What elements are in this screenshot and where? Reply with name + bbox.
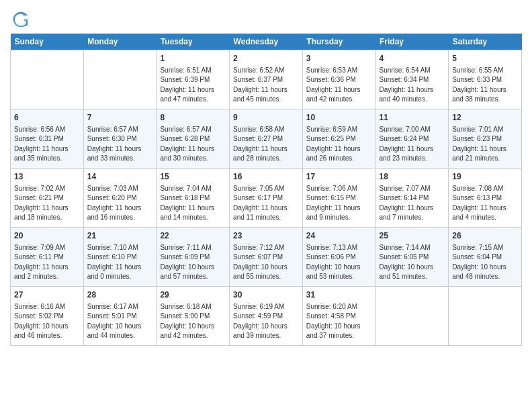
day-number: 17 (306, 171, 372, 183)
calendar-body: 1Sunrise: 6:51 AM Sunset: 6:39 PM Daylig… (11, 50, 522, 346)
day-info: Sunrise: 7:04 AM Sunset: 6:18 PM Dayligh… (160, 184, 226, 223)
day-info: Sunrise: 6:53 AM Sunset: 6:36 PM Dayligh… (306, 66, 372, 105)
calendar-cell: 30Sunrise: 6:19 AM Sunset: 4:59 PM Dayli… (230, 287, 303, 346)
day-info: Sunrise: 7:08 AM Sunset: 6:13 PM Dayligh… (452, 184, 518, 223)
calendar-week-row: 27Sunrise: 6:16 AM Sunset: 5:02 PM Dayli… (11, 287, 522, 346)
day-number: 21 (87, 230, 153, 242)
day-info: Sunrise: 6:51 AM Sunset: 6:39 PM Dayligh… (160, 66, 226, 105)
calendar-cell: 28Sunrise: 6:17 AM Sunset: 5:01 PM Dayli… (83, 287, 157, 346)
day-number: 19 (452, 171, 518, 183)
calendar-cell: 20Sunrise: 7:09 AM Sunset: 6:11 PM Dayli… (11, 228, 84, 287)
calendar-week-row: 13Sunrise: 7:02 AM Sunset: 6:21 PM Dayli… (11, 169, 522, 228)
day-number: 23 (233, 230, 299, 242)
weekday-header: Sunday (11, 34, 84, 50)
day-number: 5 (452, 53, 518, 64)
day-info: Sunrise: 7:00 AM Sunset: 6:24 PM Dayligh… (380, 125, 445, 164)
calendar-cell: 3Sunrise: 6:53 AM Sunset: 6:36 PM Daylig… (302, 50, 375, 109)
day-info: Sunrise: 7:10 AM Sunset: 6:10 PM Dayligh… (87, 243, 153, 282)
day-number: 16 (233, 171, 299, 183)
day-info: Sunrise: 7:14 AM Sunset: 6:05 PM Dayligh… (380, 243, 445, 282)
calendar-table: SundayMondayTuesdayWednesdayThursdayFrid… (10, 34, 522, 346)
day-number: 2 (233, 53, 299, 64)
calendar-cell: 7Sunrise: 6:57 AM Sunset: 6:30 PM Daylig… (83, 109, 157, 169)
day-number: 15 (160, 171, 226, 183)
day-info: Sunrise: 6:54 AM Sunset: 6:34 PM Dayligh… (380, 66, 445, 105)
calendar-cell: 15Sunrise: 7:04 AM Sunset: 6:18 PM Dayli… (157, 169, 230, 228)
day-info: Sunrise: 6:16 AM Sunset: 5:02 PM Dayligh… (14, 302, 80, 341)
calendar-cell: 10Sunrise: 6:59 AM Sunset: 6:25 PM Dayli… (302, 109, 375, 169)
calendar-cell: 21Sunrise: 7:10 AM Sunset: 6:10 PM Dayli… (83, 228, 157, 287)
weekday-header: Wednesday (230, 34, 303, 50)
calendar-cell: 19Sunrise: 7:08 AM Sunset: 6:13 PM Dayli… (449, 169, 522, 228)
day-number: 8 (160, 112, 226, 124)
day-number: 14 (87, 171, 153, 183)
calendar-cell: 31Sunrise: 6:20 AM Sunset: 4:58 PM Dayli… (302, 287, 375, 346)
calendar-cell: 18Sunrise: 7:07 AM Sunset: 6:14 PM Dayli… (375, 169, 449, 228)
calendar-cell: 13Sunrise: 7:02 AM Sunset: 6:21 PM Dayli… (11, 169, 84, 228)
day-info: Sunrise: 7:09 AM Sunset: 6:11 PM Dayligh… (14, 243, 80, 282)
day-info: Sunrise: 6:18 AM Sunset: 5:00 PM Dayligh… (160, 302, 226, 341)
day-number: 10 (306, 112, 372, 124)
day-info: Sunrise: 6:52 AM Sunset: 6:37 PM Dayligh… (233, 66, 299, 105)
header (10, 7, 522, 28)
calendar-cell (11, 50, 84, 109)
calendar-cell: 16Sunrise: 7:05 AM Sunset: 6:17 PM Dayli… (230, 169, 303, 228)
day-number: 12 (452, 112, 518, 124)
calendar-page: SundayMondayTuesdayWednesdayThursdayFrid… (0, 0, 532, 353)
day-number: 1 (160, 53, 226, 64)
calendar-cell (449, 287, 522, 346)
day-number: 18 (380, 171, 445, 183)
day-number: 13 (14, 171, 80, 183)
day-number: 24 (306, 230, 372, 242)
calendar-week-row: 6Sunrise: 6:56 AM Sunset: 6:31 PM Daylig… (11, 109, 522, 169)
calendar-cell: 26Sunrise: 7:15 AM Sunset: 6:04 PM Dayli… (449, 228, 522, 287)
day-info: Sunrise: 6:59 AM Sunset: 6:25 PM Dayligh… (306, 125, 372, 164)
logo-icon (11, 9, 30, 28)
weekday-header: Thursday (302, 34, 375, 50)
calendar-cell: 1Sunrise: 6:51 AM Sunset: 6:39 PM Daylig… (157, 50, 230, 109)
day-info: Sunrise: 6:57 AM Sunset: 6:28 PM Dayligh… (160, 125, 226, 164)
day-number: 20 (14, 230, 80, 242)
calendar-cell: 24Sunrise: 7:13 AM Sunset: 6:06 PM Dayli… (302, 228, 375, 287)
day-number: 27 (14, 289, 80, 301)
weekday-header: Friday (375, 34, 449, 50)
calendar-cell: 6Sunrise: 6:56 AM Sunset: 6:31 PM Daylig… (11, 109, 84, 169)
weekday-header: Saturday (449, 34, 522, 50)
calendar-cell: 5Sunrise: 6:55 AM Sunset: 6:33 PM Daylig… (449, 50, 522, 109)
day-info: Sunrise: 6:57 AM Sunset: 6:30 PM Dayligh… (87, 125, 153, 164)
weekday-row: SundayMondayTuesdayWednesdayThursdayFrid… (11, 34, 522, 50)
day-number: 3 (306, 53, 372, 64)
weekday-header: Monday (83, 34, 157, 50)
weekday-header: Tuesday (157, 34, 230, 50)
day-number: 25 (380, 230, 445, 242)
day-info: Sunrise: 7:01 AM Sunset: 6:23 PM Dayligh… (452, 125, 518, 164)
calendar-cell: 2Sunrise: 6:52 AM Sunset: 6:37 PM Daylig… (230, 50, 303, 109)
calendar-cell: 8Sunrise: 6:57 AM Sunset: 6:28 PM Daylig… (157, 109, 230, 169)
day-info: Sunrise: 7:03 AM Sunset: 6:20 PM Dayligh… (87, 184, 153, 223)
day-info: Sunrise: 7:02 AM Sunset: 6:21 PM Dayligh… (14, 184, 80, 223)
day-info: Sunrise: 6:20 AM Sunset: 4:58 PM Dayligh… (306, 302, 372, 341)
day-number: 30 (233, 289, 299, 301)
day-number: 4 (380, 53, 445, 64)
day-info: Sunrise: 7:11 AM Sunset: 6:09 PM Dayligh… (160, 243, 226, 282)
day-number: 9 (233, 112, 299, 124)
day-info: Sunrise: 7:07 AM Sunset: 6:14 PM Dayligh… (380, 184, 445, 223)
calendar-header: SundayMondayTuesdayWednesdayThursdayFrid… (11, 34, 522, 50)
calendar-cell: 12Sunrise: 7:01 AM Sunset: 6:23 PM Dayli… (449, 109, 522, 169)
day-info: Sunrise: 6:19 AM Sunset: 4:59 PM Dayligh… (233, 302, 299, 341)
day-info: Sunrise: 6:58 AM Sunset: 6:27 PM Dayligh… (233, 125, 299, 164)
calendar-cell: 27Sunrise: 6:16 AM Sunset: 5:02 PM Dayli… (11, 287, 84, 346)
calendar-cell: 14Sunrise: 7:03 AM Sunset: 6:20 PM Dayli… (83, 169, 157, 228)
calendar-week-row: 1Sunrise: 6:51 AM Sunset: 6:39 PM Daylig… (11, 50, 522, 109)
calendar-cell: 17Sunrise: 7:06 AM Sunset: 6:15 PM Dayli… (302, 169, 375, 228)
calendar-cell: 9Sunrise: 6:58 AM Sunset: 6:27 PM Daylig… (230, 109, 303, 169)
day-number: 31 (306, 289, 372, 301)
day-number: 29 (160, 289, 226, 301)
day-number: 6 (14, 112, 80, 124)
day-info: Sunrise: 7:12 AM Sunset: 6:07 PM Dayligh… (233, 243, 299, 282)
calendar-week-row: 20Sunrise: 7:09 AM Sunset: 6:11 PM Dayli… (11, 228, 522, 287)
logo (10, 9, 30, 28)
calendar-cell: 22Sunrise: 7:11 AM Sunset: 6:09 PM Dayli… (157, 228, 230, 287)
day-number: 11 (380, 112, 445, 124)
day-number: 28 (87, 289, 153, 301)
